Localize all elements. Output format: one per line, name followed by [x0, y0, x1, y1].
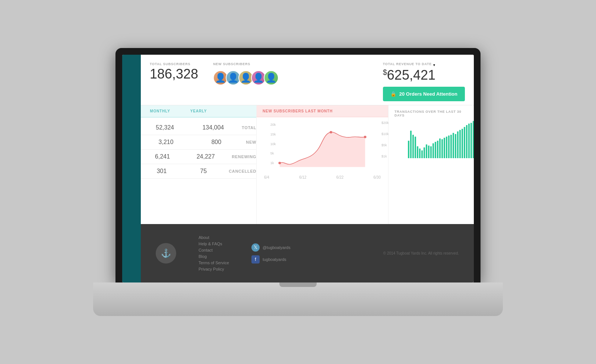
top-stats-section: TOTAL SUBSCRIBERS 186,328 NEW SUBSCRIBER…: [141, 55, 474, 105]
screen-bezel: TOTAL SUBSCRIBERS 186,328 NEW SUBSCRIBER…: [115, 48, 481, 282]
y-label-1k: $1k: [381, 154, 389, 158]
bar-item: [439, 138, 441, 158]
bar-item: [419, 149, 421, 158]
bar-item: [459, 130, 461, 158]
bar-item: [450, 135, 452, 158]
bar-item: [470, 123, 472, 158]
x-label-1: 6/4: [264, 175, 269, 179]
bar-item: [408, 141, 409, 158]
ship-icon: ⚓: [161, 249, 171, 258]
sidebar: [122, 55, 141, 282]
bar-item: [426, 144, 427, 158]
bar-item: [417, 146, 418, 158]
svg-text:20k: 20k: [270, 123, 276, 127]
bar-item: [428, 146, 429, 158]
transactions-label: TRANSACTIONS OVER THE LAST 30 DAYS: [394, 110, 468, 117]
footer-link-about[interactable]: About: [199, 235, 229, 240]
bar-item: [415, 137, 416, 158]
twitter-social-item: 𝕏 @tugboatyards: [251, 243, 291, 252]
monthly-new: 3,210: [141, 137, 191, 147]
subscribers-avatars: [213, 70, 276, 85]
footer-link-contact[interactable]: Contact: [199, 248, 229, 252]
yearly-cancelled: 75: [183, 166, 224, 176]
bar-item: [424, 147, 425, 158]
footer-link-terms[interactable]: Terms of Service: [199, 261, 229, 265]
bar-item: [446, 137, 447, 158]
chevron-down-icon: ▾: [433, 63, 435, 67]
bar-item: [435, 142, 436, 158]
yearly-renewing: 24,227: [184, 152, 227, 162]
facebook-handle: tugboatyards: [263, 257, 286, 262]
yearly-new: 800: [191, 137, 241, 147]
svg-point-7: [364, 136, 367, 138]
svg-text:1k: 1k: [270, 162, 274, 165]
bar-item: [464, 127, 465, 158]
total-revenue-block: TOTAL REVENUE TO DATE ▾ $625,421 🔒 20 Or…: [383, 62, 465, 101]
subscribers-chart-section: NEW SUBSCRIBERS LAST MONTH 20k 15k 10k 5…: [256, 105, 388, 224]
middle-section: MONTHLY YEARLY 52,324 134,004 TOTAL: [141, 105, 474, 224]
lock-icon: 🔒: [390, 91, 396, 97]
bar-item: [441, 139, 443, 158]
table-row: 6,241 24,227 RENEWING: [141, 150, 256, 164]
monthly-total: 52,324: [141, 123, 189, 132]
footer-social: 𝕏 @tugboatyards f tugboatyards: [251, 243, 291, 264]
chart-area: 20k 15k 10k 5k 1k: [257, 117, 388, 222]
table-row: 52,324 134,004 TOTAL: [141, 121, 256, 135]
monthly-cancelled: 301: [141, 166, 183, 176]
yearly-total: 134,004: [189, 123, 238, 132]
laptop-base: [93, 282, 503, 316]
revenue-label-row: TOTAL REVENUE TO DATE ▾: [383, 62, 465, 67]
laptop-frame: TOTAL SUBSCRIBERS 186,328 NEW SUBSCRIBER…: [93, 48, 503, 316]
svg-point-5: [278, 162, 281, 164]
bar-item: [448, 135, 450, 158]
bar-chart: [408, 121, 468, 158]
footer-copyright: © 2014 Tugboat Yards Inc. All rights res…: [383, 251, 459, 255]
svg-point-6: [330, 131, 332, 133]
facebook-social-item: f tugboatyards: [251, 255, 291, 264]
subscribers-table: MONTHLY YEARLY 52,324 134,004 TOTAL: [141, 105, 256, 224]
total-label: TOTAL: [237, 123, 256, 132]
renewing-label: RENEWING: [227, 152, 256, 162]
label-header: [218, 105, 256, 118]
total-subscribers-value: 186,328: [150, 67, 198, 81]
chart-x-labels: 6/4 6/12 6/22 6/30: [263, 175, 382, 180]
cancelled-label: CANCELLED: [224, 166, 256, 176]
total-subscribers-label: TOTAL SUBSCRIBERS: [150, 62, 198, 66]
bar-item: [412, 135, 414, 158]
footer-link-privacy[interactable]: Privacy Policy: [199, 267, 229, 271]
chart-header: NEW SUBSCRIBERS LAST MONTH: [257, 105, 388, 117]
footer-link-blog[interactable]: Blog: [199, 254, 229, 259]
transactions-section: TRANSACTIONS OVER THE LAST 30 DAYS $20k …: [388, 105, 474, 224]
dashboard: TOTAL SUBSCRIBERS 186,328 NEW SUBSCRIBER…: [122, 55, 474, 282]
bar-item: [468, 124, 470, 158]
new-subscribers-label: NEW SUBSCRIBERS: [213, 62, 250, 66]
footer-links: About Help & FAQs Contact Blog Terms of …: [199, 235, 229, 271]
bar-item: [462, 129, 463, 158]
y-label-20k: $20k: [381, 121, 389, 125]
new-subscribers-block: NEW SUBSCRIBERS: [213, 62, 276, 85]
bar-item: [453, 133, 454, 158]
orders-button-label: 20 Orders Need Attention: [399, 91, 457, 97]
footer-link-help[interactable]: Help & FAQs: [199, 242, 229, 246]
total-revenue-label: TOTAL REVENUE TO DATE: [383, 62, 432, 66]
bar-chart-wrapper: $20k $10k $5k $1k: [394, 121, 468, 158]
svg-text:5k: 5k: [270, 152, 274, 156]
total-revenue-value: $625,421: [383, 67, 465, 83]
x-label-3: 6/22: [336, 175, 343, 179]
footer: ⚓ About Help & FAQs Contact Blog Terms o…: [141, 224, 474, 282]
twitter-handle: @tugboatyards: [263, 245, 291, 250]
line-chart: 20k 15k 10k 5k 1k: [263, 121, 382, 173]
y-label-10k: $10k: [381, 132, 389, 136]
footer-logo: ⚓: [156, 243, 176, 264]
orders-attention-button[interactable]: 🔒 20 Orders Need Attention: [383, 87, 465, 101]
bar-item: [455, 134, 456, 158]
screen: TOTAL SUBSCRIBERS 186,328 NEW SUBSCRIBER…: [122, 55, 474, 282]
y-label-5k: $5k: [381, 143, 389, 147]
monthly-renewing: 6,241: [141, 152, 184, 162]
table-header: MONTHLY YEARLY: [141, 105, 256, 118]
table-row: 301 75 CANCELLED: [141, 164, 256, 179]
bar-item: [432, 143, 434, 158]
yearly-header: YEARLY: [179, 105, 218, 118]
total-subscribers-block: TOTAL SUBSCRIBERS 186,328: [150, 62, 198, 81]
svg-text:15k: 15k: [270, 132, 276, 136]
